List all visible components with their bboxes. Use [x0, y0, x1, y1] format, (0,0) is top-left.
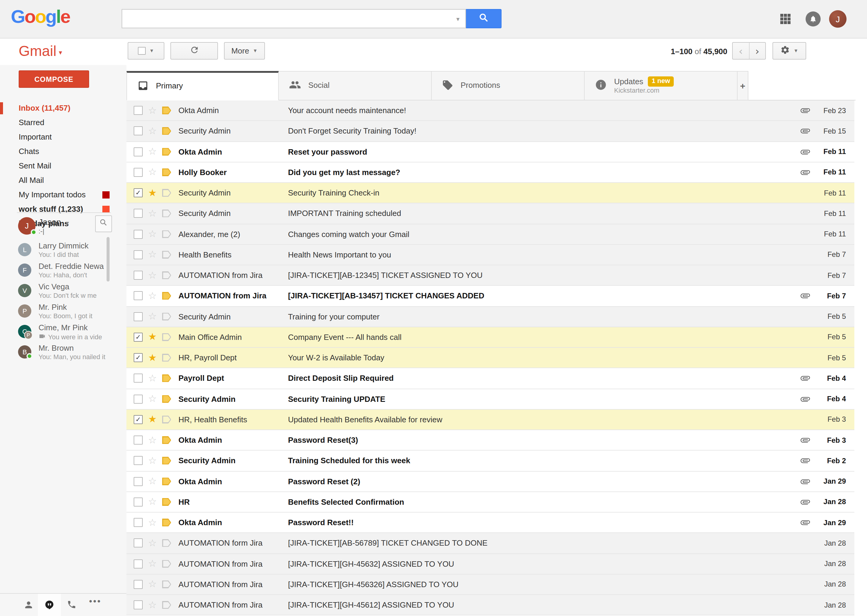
email-checkbox[interactable]: ✓ [134, 394, 143, 403]
chat-contact-row[interactable]: F Det. Freddie Newa You: Haha, don't [18, 261, 114, 281]
star-icon[interactable]: ★ [148, 353, 157, 363]
chat-contact-row[interactable]: P Mr. Pink You: Boom, I got it [18, 302, 114, 322]
importance-marker-icon[interactable] [162, 251, 171, 259]
email-checkbox[interactable]: ✓ [134, 498, 143, 506]
importance-marker-icon[interactable] [162, 230, 171, 238]
importance-marker-icon[interactable] [162, 457, 171, 465]
older-page-button[interactable]: › [749, 43, 765, 59]
star-icon[interactable]: ★ [148, 415, 157, 424]
search-button[interactable] [466, 9, 501, 28]
email-row[interactable]: ✓ ☆ AUTOMATION from Jira [JIRA-TICKET][A… [126, 286, 854, 307]
star-icon[interactable]: ☆ [148, 147, 157, 156]
email-checkbox[interactable]: ✓ [134, 333, 143, 342]
sidebar-item-work[interactable]: work stuff (1,233) [0, 202, 126, 217]
compose-button[interactable]: COMPOSE [19, 71, 89, 88]
email-row[interactable]: ✓ ☆ Holly Booker Did you get my last mes… [126, 162, 854, 183]
star-icon[interactable]: ☆ [148, 209, 157, 218]
email-checkbox[interactable]: ✓ [134, 209, 143, 218]
star-icon[interactable]: ☆ [148, 580, 157, 589]
email-checkbox[interactable]: ✓ [134, 477, 143, 486]
email-row[interactable]: ✓ ★ Security Admin Security Training Che… [126, 183, 854, 204]
refresh-button[interactable] [170, 42, 218, 60]
email-checkbox[interactable]: ✓ [134, 291, 143, 300]
star-icon[interactable]: ☆ [148, 126, 157, 136]
add-tab-button[interactable]: + [738, 71, 749, 101]
email-row[interactable]: ✓ ☆ Security Admin IMPORTANT Training sc… [126, 204, 854, 225]
star-icon[interactable]: ☆ [148, 497, 157, 507]
email-checkbox[interactable]: ✓ [134, 415, 143, 424]
importance-marker-icon[interactable] [162, 416, 171, 423]
star-icon[interactable]: ☆ [148, 456, 157, 466]
email-row[interactable]: ✓ ☆ Security Admin Don't Forget Security… [126, 121, 854, 142]
email-checkbox[interactable]: ✓ [134, 539, 143, 548]
importance-marker-icon[interactable] [162, 271, 171, 279]
email-checkbox[interactable]: ✓ [134, 147, 143, 156]
star-icon[interactable]: ☆ [148, 250, 157, 259]
star-icon[interactable]: ★ [148, 332, 157, 342]
importance-marker-icon[interactable] [162, 107, 171, 114]
email-checkbox[interactable]: ✓ [134, 353, 143, 362]
user-avatar[interactable]: J [829, 10, 847, 28]
email-row[interactable]: ✓ ☆ Okta Admin Password Reset (2) Jan 29 [126, 471, 854, 492]
email-row[interactable]: ✓ ★ HR, Health Benefits Updated Health B… [126, 410, 854, 431]
importance-marker-icon[interactable] [162, 189, 171, 197]
select-all-checkbox[interactable] [138, 47, 146, 55]
star-icon[interactable]: ★ [148, 188, 157, 198]
email-row[interactable]: ✓ ☆ AUTOMATION from Jira [JIRA-TICKET][A… [126, 265, 854, 286]
star-icon[interactable]: ☆ [148, 600, 157, 610]
email-row[interactable]: ✓ ☆ Okta Admin Your account needs mainte… [126, 101, 854, 121]
chat-me-avatar[interactable]: J [18, 217, 36, 235]
chat-contact-row[interactable]: V Vic Vega You: Don't fck w me [18, 281, 114, 302]
search-options-caret-icon[interactable]: ▼ [455, 16, 460, 22]
more-options-icon[interactable]: ••• [89, 596, 101, 606]
email-row[interactable]: ✓ ☆ AUTOMATION form Jira [JIRA-TICKET][A… [126, 533, 854, 554]
email-checkbox[interactable]: ✓ [134, 229, 143, 239]
newer-page-button[interactable]: ‹ [733, 43, 749, 59]
star-icon[interactable]: ☆ [148, 435, 157, 445]
email-row[interactable]: ✓ ☆ Alexander, me (2) Changes coming wat… [126, 224, 854, 245]
importance-marker-icon[interactable] [162, 560, 171, 567]
importance-marker-icon[interactable] [162, 127, 171, 135]
importance-marker-icon[interactable] [162, 498, 171, 506]
star-icon[interactable]: ☆ [148, 394, 157, 404]
importance-marker-icon[interactable] [162, 313, 171, 321]
chat-contact-row[interactable]: C P Cime, Mr Pink You were in a vide [18, 322, 114, 343]
email-row[interactable]: ✓ ☆ Okta Admin Reset your password Feb 1… [126, 141, 854, 162]
email-checkbox[interactable]: ✓ [134, 250, 143, 259]
tab-social[interactable]: Social [279, 71, 432, 101]
sidebar-item-chats[interactable]: Chats [0, 145, 126, 159]
chat-me-name[interactable]: Jason▼ [39, 217, 70, 227]
star-icon[interactable]: ☆ [148, 229, 157, 239]
importance-marker-icon[interactable] [162, 477, 171, 485]
importance-marker-icon[interactable] [162, 168, 171, 176]
email-checkbox[interactable]: ✓ [134, 580, 143, 589]
importance-marker-icon[interactable] [162, 395, 171, 403]
importance-marker-icon[interactable] [162, 292, 171, 300]
star-icon[interactable]: ☆ [148, 518, 157, 527]
email-row[interactable]: ✓ ☆ Security Admin Security Training UPD… [126, 389, 854, 410]
notifications-bell-icon[interactable] [806, 11, 821, 27]
email-row[interactable]: ✓ ☆ Okta Admin Password Reset(3) Feb 3 [126, 430, 854, 451]
sidebar-item-sent[interactable]: Sent Mail [0, 159, 126, 173]
email-checkbox[interactable]: ✓ [134, 559, 143, 568]
apps-grid-icon[interactable] [780, 14, 791, 24]
settings-button[interactable]: ▼ [772, 42, 806, 60]
importance-marker-icon[interactable] [162, 580, 171, 588]
sidebar-item-my[interactable]: My Important todos [0, 188, 126, 202]
email-row[interactable]: ✓ ☆ AUTOMATION from Jira [JIRA-TICKET][G… [126, 595, 854, 616]
email-checkbox[interactable]: ✓ [134, 374, 143, 383]
email-checkbox[interactable]: ✓ [134, 435, 143, 445]
sidebar-item-inbox[interactable]: Inbox (11,457) [0, 101, 126, 115]
importance-marker-icon[interactable] [162, 354, 171, 361]
star-icon[interactable]: ☆ [148, 538, 157, 548]
email-row[interactable]: ✓ ☆ Health Benefits Health News Importan… [126, 245, 854, 266]
hangouts-icon[interactable] [44, 600, 54, 612]
importance-marker-icon[interactable] [162, 374, 171, 382]
email-checkbox[interactable]: ✓ [134, 600, 143, 610]
phone-icon[interactable] [67, 600, 76, 612]
email-checkbox[interactable]: ✓ [134, 456, 143, 465]
tab-promotions[interactable]: Promotions [432, 71, 585, 101]
email-row[interactable]: ✓ ☆ Security Admin Training Scheduled fo… [126, 451, 854, 471]
email-checkbox[interactable]: ✓ [134, 518, 143, 527]
email-row[interactable]: ✓ ☆ Payroll Dept Direct Deposit Slip Req… [126, 368, 854, 389]
